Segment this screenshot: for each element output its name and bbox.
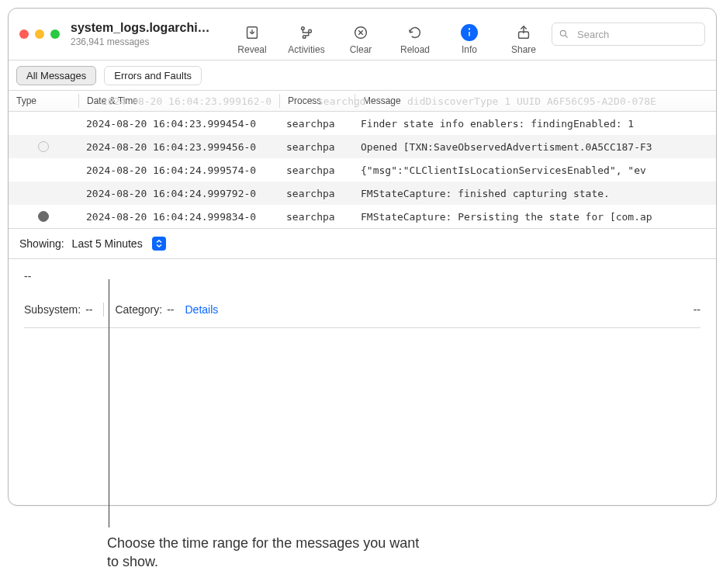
subsystem-label: Subsystem: [24,303,81,316]
category-label: Category: [115,303,162,316]
reveal-label: Reveal [237,44,266,55]
col-datetime[interactable]: Date & Time [79,95,279,106]
reveal-icon [244,24,261,41]
cell-message: Finder state info enablers: findingEnabl… [353,118,716,130]
cell-datetime: 2024-08-20 16:04:24.999834-0 [78,211,278,223]
showing-bar: Showing: Last 5 Minutes [9,228,716,259]
detail-placeholder: -- [24,270,701,282]
detail-pane: -- Subsystem: -- Category: -- Details -- [9,259,716,505]
svg-point-5 [469,28,470,29]
table-row[interactable]: 2024-08-20 16:04:24.999834-0 searchpa FM… [9,205,716,228]
type-dot-icon [38,211,49,222]
time-range-value: Last 5 Minutes [72,237,143,250]
cell-datetime: 2024-08-20 16:04:23.999454-0 [78,118,278,130]
info-icon [461,24,478,41]
window-subtitle: 236,941 messages [71,36,210,47]
reload-label: Reload [400,44,430,55]
detail-divider [24,327,701,328]
toolbar-items: Reveal Activities Clear Reload [234,9,542,60]
updown-icon [152,237,166,251]
table-row[interactable]: 2024-08-20 16:04:23.999456-0 searchpa Op… [9,135,716,158]
svg-point-1 [302,27,305,30]
scope-bar: All Messages Errors and Faults [9,61,716,91]
activities-button[interactable]: Activities [288,24,325,55]
cell-message: FMStateCapture: finished capturing state… [353,188,716,199]
info-label: Info [462,44,477,55]
search-field[interactable] [552,22,705,46]
cell-process: searchpa [278,141,353,153]
col-process[interactable]: Process [280,95,355,106]
log-rows: 2024-08-20 16:04:23.999454-0 searchpa Fi… [9,112,716,228]
search-icon [559,29,569,40]
console-window: system_logs.logarchi… 236,941 messages R… [8,8,717,506]
callout-text: Choose the time range for the messages y… [107,534,433,572]
cell-message: FMStateCapture: Persisting the state for… [353,211,716,223]
clear-label: Clear [350,44,372,55]
col-message[interactable]: Message [355,95,716,106]
cell-process: searchpa [278,118,353,130]
window-controls [19,9,71,60]
close-icon[interactable] [19,29,29,39]
share-label: Share [511,44,536,55]
tab-errors-and-faults[interactable]: Errors and Faults [104,66,202,85]
cell-datetime: 2024-08-20 16:04:24.999574-0 [78,164,278,176]
reveal-button[interactable]: Reveal [234,24,271,55]
cell-process: searchpa [278,211,353,223]
category-value: -- [167,303,174,316]
cell-message: {"msg":"CLClientIsLocationServicesEnable… [353,164,716,176]
time-range-select[interactable]: Last 5 Minutes [72,237,166,251]
share-button[interactable]: Share [505,24,542,55]
showing-label: Showing: [19,237,64,250]
clear-icon [352,24,369,41]
info-button[interactable]: Info [451,24,488,55]
svg-point-3 [303,36,306,39]
cell-datetime: 2024-08-20 16:04:24.999792-0 [78,188,278,199]
share-icon [515,24,532,41]
activities-label: Activities [288,44,324,55]
tab-all-messages[interactable]: All Messages [16,66,96,85]
cell-process: searchpa [278,188,353,199]
window-title: system_logs.logarchi… [71,21,210,35]
clear-button[interactable]: Clear [342,24,379,55]
detail-meta: Subsystem: -- Category: -- Details -- [24,303,701,316]
cell-datetime: 2024-08-20 16:04:23.999456-0 [78,141,278,153]
type-dot-icon [38,141,49,152]
zoom-icon[interactable] [50,29,60,39]
divider [103,303,104,316]
svg-point-2 [309,29,312,33]
reload-icon [406,24,424,41]
cell-message: Opened [TXN:SaveObservedAdvertisment.0A5… [353,141,716,153]
cell-process: searchpa [278,164,353,176]
detail-right-dash: -- [694,303,701,316]
activities-icon [298,24,315,41]
table-row[interactable]: 2024-08-20 16:04:24.999792-0 searchpa FM… [9,182,716,205]
toolbar: system_logs.logarchi… 236,941 messages R… [9,9,716,61]
table-row[interactable]: 2024-08-20 16:04:23.999454-0 searchpa Fi… [9,112,716,135]
subsystem-value: -- [85,303,92,316]
search-input[interactable] [576,28,709,41]
table-header: 2024-08-20 16:04:23.999162-0 searchgd di… [9,91,716,112]
minimize-icon[interactable] [35,29,44,39]
details-link[interactable]: Details [185,303,219,316]
table-row[interactable]: 2024-08-20 16:04:24.999574-0 searchpa {"… [9,158,716,182]
callout-leader [109,279,109,527]
svg-point-7 [560,30,566,36]
col-type[interactable]: Type [9,95,78,106]
reload-button[interactable]: Reload [396,24,434,55]
title-block: system_logs.logarchi… 236,941 messages [71,9,220,60]
